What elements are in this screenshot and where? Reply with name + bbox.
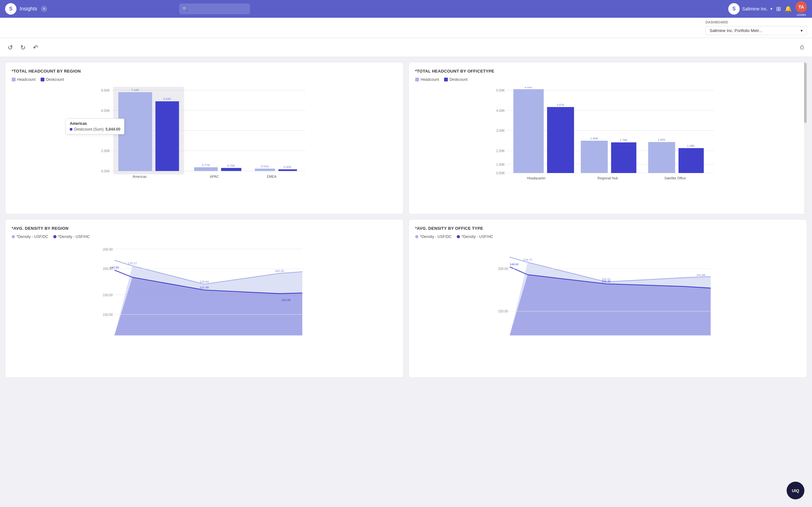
chart3-svg: 200.00 150.00 (12, 244, 397, 352)
dashboard-panel-bar: DASHBOARD Saltmine Inc. Portfolio Metr..… (0, 18, 812, 38)
company-logo-letter: S (732, 6, 736, 12)
svg-text:Headquarter: Headquarter (527, 176, 546, 180)
svg-text:0.00K: 0.00K (496, 171, 505, 175)
chart3-legend: *Density - USF/DC *Density - USF/HC (12, 234, 397, 239)
dashboard-panel: DASHBOARD Saltmine Inc. Portfolio Metr..… (705, 20, 807, 35)
toolbar-left: ↺ ↻ ↶ (5, 43, 41, 53)
svg-text:200.00: 200.00 (103, 248, 113, 251)
chart-headcount-officetype: *TOTAL HEADCOUNT BY OFFICETYPE Headcount… (409, 62, 807, 214)
svg-text:8.00K: 8.00K (101, 89, 110, 92)
svg-rect-36 (581, 141, 608, 173)
dashboard-label: DASHBOARD (705, 20, 807, 24)
logo-letter: S (9, 6, 13, 12)
chart4-legend: *Density - USF/DC *Density - USF/HC (415, 234, 800, 239)
chart3-usfhc-label: *Density - USF/HC (58, 234, 90, 239)
svg-text:0.00K: 0.00K (101, 169, 110, 173)
chart4-area: 179.77 131.21 141.86 148.62 126.46 200.0… (415, 244, 800, 352)
chart2-area: 5.00K 4.00K 3.00K 2.00K 1.00K 0.00K 4.66… (415, 87, 800, 194)
undo-button[interactable]: ↺ (5, 43, 15, 53)
deskcount-legend-label: Deskcount (46, 77, 64, 82)
chart2-headcount-label: Headcount (420, 77, 439, 82)
headcount-legend-label: Headcount (17, 77, 36, 82)
svg-text:150.00: 150.00 (498, 309, 508, 313)
search-icon: 🔍 (183, 6, 188, 11)
svg-text:7.10K: 7.10K (131, 88, 140, 92)
chart1-title: *TOTAL HEADCOUNT BY REGION (12, 69, 397, 73)
chart3-usfhc-color (53, 235, 56, 238)
svg-text:0.40K: 0.40K (284, 165, 292, 169)
svg-text:1.82K: 1.82K (658, 138, 666, 141)
main-content: *TOTAL HEADCOUNT BY REGION Headcount Des… (0, 57, 812, 507)
legend-headcount: Headcount (12, 77, 36, 82)
dashboard-select[interactable]: Saltmine Inc. Portfolio Metr... ▾ (705, 26, 807, 35)
chart2-scrollbar-thumb (804, 62, 807, 123)
chart4-legend-usfdc: *Density - USF/DC (415, 234, 452, 239)
svg-text:170.17: 170.17 (128, 262, 137, 265)
uiq-badge[interactable]: UIQ (786, 482, 804, 499)
company-name: Saltmine Inc. (742, 6, 768, 11)
app-title: Insights (20, 6, 37, 12)
svg-rect-32 (547, 107, 574, 173)
svg-text:5.00K: 5.00K (496, 89, 505, 92)
chart3-legend-usfhc: *Density - USF/HC (53, 234, 90, 239)
svg-text:152.20: 152.20 (275, 269, 284, 273)
legend-deskcount: Deskcount (41, 77, 64, 82)
svg-text:125.84: 125.84 (200, 280, 209, 283)
chart3-usfdc-label: *Density - USF/DC (16, 234, 48, 239)
company-chevron-icon: ▾ (770, 7, 772, 11)
redo-button[interactable]: ↻ (18, 43, 28, 53)
chart2-legend: Headcount Deskcount (415, 77, 800, 82)
svg-text:Americas: Americas (133, 175, 147, 178)
chart2-title: *TOTAL HEADCOUNT BY OFFICETYPE (415, 69, 800, 73)
svg-text:0.77K: 0.77K (202, 163, 210, 167)
company-selector[interactable]: S Saltmine Inc. ▾ (728, 3, 772, 14)
svg-text:1.79K: 1.79K (619, 138, 628, 142)
svg-text:APAC: APAC (210, 175, 219, 178)
svg-text:102.68: 102.68 (281, 298, 290, 302)
svg-text:148.62: 148.62 (510, 263, 519, 266)
chart4-usfhc-color (457, 235, 460, 238)
chart4-usfdc-color (415, 235, 418, 238)
header-right: S Saltmine Inc. ▾ ⊞ 🔔 TA ADMIN (728, 1, 807, 16)
svg-text:1.00K: 1.00K (496, 163, 505, 166)
redo-icon: ↻ (20, 44, 26, 51)
search-input[interactable] (179, 3, 250, 14)
grid-icon[interactable]: ⊞ (776, 5, 781, 12)
user-avatar[interactable]: TA (796, 1, 807, 13)
app-logo: S (5, 3, 16, 14)
company-logo: S (728, 3, 740, 14)
bell-icon[interactable]: 🔔 (785, 5, 792, 12)
svg-text:2.00K: 2.00K (101, 149, 110, 153)
bar-emea-hc (255, 169, 275, 171)
chart3-usfdc-color (12, 235, 15, 238)
chart2-headcount-color (415, 78, 419, 81)
bar-emea-dc (278, 169, 297, 171)
chart2-legend-deskcount: Deskcount (444, 77, 467, 82)
chart2-deskcount-label: Deskcount (450, 77, 467, 82)
dashboard-value: Saltmine Inc. Portfolio Metr... (710, 28, 762, 33)
svg-text:5.84K: 5.84K (163, 97, 171, 101)
close-button[interactable]: × (41, 6, 47, 12)
svg-rect-31 (513, 89, 544, 173)
chart3-legend-usfdc: *Density - USF/DC (12, 234, 48, 239)
dashboard-chevron-icon: ▾ (801, 28, 803, 33)
svg-text:1.48K: 1.48K (687, 144, 695, 147)
bar-apac-dc (221, 168, 241, 171)
svg-text:179.77: 179.77 (523, 258, 532, 262)
svg-rect-42 (678, 148, 704, 173)
print-button[interactable]: ⎙ (797, 43, 807, 53)
print-icon: ⎙ (800, 44, 804, 51)
bar-apac-hc (194, 167, 217, 171)
svg-text:2.00K: 2.00K (496, 149, 505, 153)
back-button[interactable]: ↶ (31, 43, 41, 53)
chart-density-officetype: *AVG. DENSITY BY OFFICE TYPE *Density - … (409, 219, 807, 378)
chart4-usfhc-label: *Density - USF/HC (461, 234, 493, 239)
chart4-usfdc-label: *Density - USF/DC (420, 234, 452, 239)
chart3-title: *AVG. DENSITY BY REGION (12, 226, 397, 231)
svg-rect-37 (611, 142, 637, 173)
svg-text:4.00K: 4.00K (101, 129, 110, 132)
chart2-scrollbar[interactable] (804, 62, 807, 214)
svg-text:200.00: 200.00 (103, 267, 113, 271)
header: S Insights × 🔍 S Saltmine Inc. ▾ ⊞ 🔔 TA … (0, 0, 812, 18)
admin-label: ADMIN (797, 13, 806, 16)
